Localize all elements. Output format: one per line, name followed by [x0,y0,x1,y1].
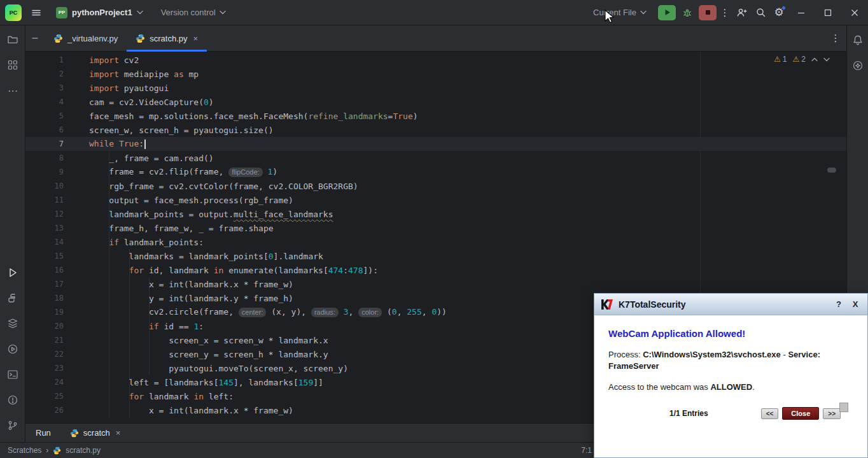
line-number[interactable]: 24 [25,378,64,387]
project-widget[interactable]: PP pythonProject1 [52,4,147,21]
code-line[interactable]: 10 rgb_frame = cv2.cvtColor(frame, cv2.C… [25,179,846,193]
code-line[interactable]: 15 landmarks = landmark_points[0].landma… [25,249,846,263]
hide-tool-window-button[interactable] [25,25,45,51]
code-line[interactable]: 14 if landmark_points: [25,235,846,249]
settings-button[interactable]: ⚙ [770,5,788,20]
line-number[interactable]: 26 [25,406,64,415]
code-line[interactable]: 17 x = int(landmark.x * frame_w) [25,277,846,291]
code-with-me-button[interactable] [732,3,751,22]
line-number[interactable]: 2 [25,69,64,78]
weak-warnings-counter[interactable]: ⚠ 2 [793,55,806,64]
python-console-tool-button[interactable] [6,292,19,304]
warnings-counter[interactable]: ⚠ 1 [774,55,787,64]
chevron-down-icon [137,10,143,15]
code-line[interactable]: 1import cv2 [25,53,846,67]
line-number[interactable]: 11 [25,196,64,204]
line-number[interactable]: 22 [25,350,64,359]
breadcrumb[interactable]: Scratches › scratch.py [8,446,101,455]
code-line[interactable]: 12 landmark_points = output.multi_face_l… [25,207,846,221]
tab-options-button[interactable]: ⋮ [825,25,846,51]
more-actions-button[interactable]: ⋮ [718,7,732,18]
code-line[interactable]: 6screen_w, screen_h = pyautogui.size() [25,123,846,137]
run-button[interactable] [658,5,676,20]
code-line[interactable]: 13 frame_h, frame_w, _ = frame.shape [25,221,846,235]
code-line[interactable]: 4cam = cv2.VideoCapture(0) [25,95,846,109]
line-number[interactable]: 4 [25,97,64,106]
caret-position[interactable]: 7:1 [581,446,592,455]
line-number[interactable]: 19 [25,308,64,317]
line-number[interactable]: 20 [25,322,64,331]
code-line[interactable]: 11 output = face_mesh.process(rgb_frame) [25,193,846,207]
line-number[interactable]: 18 [25,294,64,303]
terminal-tool-button[interactable] [6,368,19,381]
code-line[interactable]: 3import pyautogui [25,81,846,95]
more-tool-windows-button[interactable]: ⋯ [6,84,19,97]
project-tool-button[interactable] [6,33,19,46]
code-line[interactable]: 5face_mesh = mp.solutions.face_mesh.Face… [25,109,846,123]
popup-close-button[interactable]: X [850,299,861,309]
line-number[interactable]: 7 [25,140,64,148]
run-tab-close-icon[interactable]: × [116,428,121,438]
tab-virtualenv[interactable]: _virtualenv.py [45,25,127,51]
line-number[interactable]: 14 [25,238,64,247]
version-control-tool-button[interactable] [6,419,19,432]
python-file-icon [53,34,63,43]
line-number[interactable]: 1 [25,55,64,64]
debug-button[interactable] [678,5,696,20]
next-problem-button[interactable] [823,57,830,62]
k7-security-popup: K7TotalSecurity ? X WebCam Application A… [594,293,868,458]
line-number[interactable]: 21 [25,336,64,345]
breadcrumb-file[interactable]: scratch.py [66,446,101,455]
line-number[interactable]: 17 [25,280,64,289]
line-number[interactable]: 8 [25,154,64,162]
search-everywhere-button[interactable] [751,3,770,22]
run-configuration-selector[interactable]: Current File [589,5,650,20]
line-number[interactable]: 23 [25,364,64,373]
line-number[interactable]: 6 [25,125,64,134]
version-control-widget[interactable]: Version control [157,5,230,20]
tab-label: scratch.py [150,34,187,43]
close-button[interactable]: Close [782,407,819,420]
services-tool-button[interactable] [6,343,19,355]
line-number[interactable]: 16 [25,266,64,275]
main-menu-button[interactable] [27,3,46,22]
line-number[interactable]: 3 [25,83,64,92]
code-text: landmark_points = output.multi_face_land… [89,210,333,219]
structure-tool-button[interactable] [6,59,19,71]
breadcrumb-root[interactable]: Scratches [8,446,41,455]
popup-help-button[interactable]: ? [833,299,844,309]
line-number[interactable]: 5 [25,111,64,120]
popup-scrollbar-thumb[interactable] [839,403,848,412]
pycharm-logo-icon[interactable]: PC [5,4,22,21]
minimize-button[interactable] [788,0,815,25]
notifications-button[interactable] [852,34,864,46]
code-line[interactable]: 8 _, frame = cam.read() [25,151,846,165]
code-line[interactable]: 7while True: [25,137,846,151]
line-number[interactable]: 25 [25,392,64,401]
code-line[interactable]: 16 for id, landmark in enumerate(landmar… [25,263,846,277]
tab-close-icon[interactable]: × [193,34,199,43]
line-number[interactable]: 15 [25,252,64,261]
popup-title-bar[interactable]: K7TotalSecurity ? X [594,294,867,315]
prev-entry-button[interactable]: << [761,408,779,419]
next-entry-button[interactable]: >> [823,408,841,419]
code-line[interactable]: 9 frame = cv2.flip(frame, flipCode: 1) [25,165,846,179]
editor-scrollbar-thumb[interactable] [827,168,836,173]
run-tool-button[interactable] [6,266,19,279]
prev-problem-button[interactable] [811,57,818,62]
packages-tool-button[interactable] [6,317,19,330]
stop-button[interactable] [699,5,717,20]
inspections-widget[interactable]: ⚠ 1 ⚠ 2 [774,55,830,64]
maximize-button[interactable] [815,0,841,25]
code-line[interactable]: 2import mediapipe as mp [25,67,846,81]
ai-assistant-button[interactable] [852,60,864,71]
line-number[interactable]: 9 [25,168,64,176]
line-number[interactable]: 12 [25,210,64,218]
line-number[interactable]: 13 [25,224,64,233]
line-number[interactable]: 10 [25,182,64,190]
hamburger-icon [31,8,41,18]
run-panel-tab[interactable]: scratch × [70,428,121,438]
close-window-button[interactable] [841,0,868,25]
tab-scratch[interactable]: scratch.py × [127,25,207,51]
problems-tool-button[interactable] [6,394,19,406]
